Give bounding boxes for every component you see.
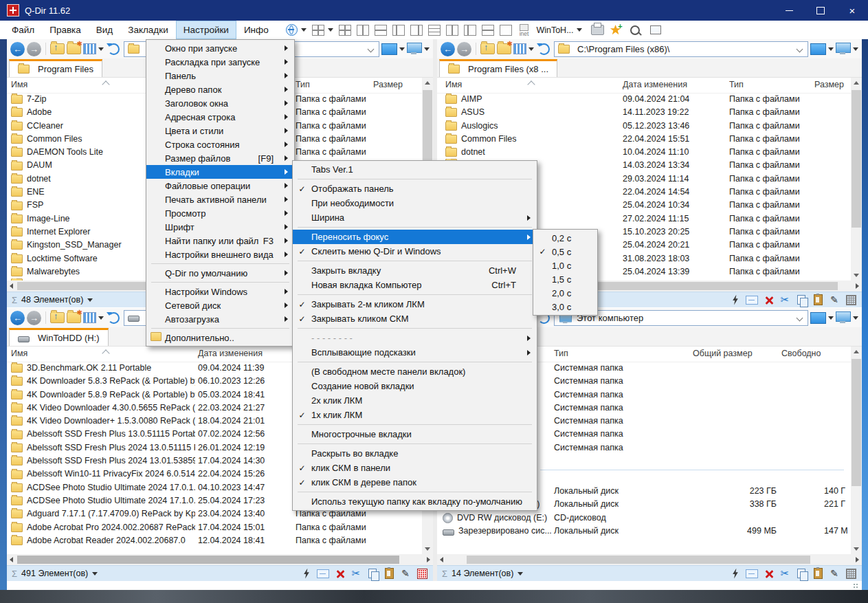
- menu-item[interactable]: - - - - - - - -: [293, 331, 537, 345]
- address-dropdown-icon[interactable]: [368, 45, 375, 52]
- scroll-thumb[interactable]: [423, 90, 432, 162]
- count-dropdown-icon[interactable]: [92, 572, 98, 575]
- menu-item[interactable]: Сетевой диск: [146, 298, 294, 312]
- scroll-thumb[interactable]: [17, 556, 399, 564]
- layout-icon[interactable]: [428, 25, 441, 36]
- tab-program-files-x86[interactable]: Program Files (x8 ...: [439, 59, 557, 77]
- view-mode-caret[interactable]: [98, 47, 104, 51]
- panel-layout-button[interactable]: [381, 43, 397, 55]
- file-row[interactable]: DVD RW дисковод (E:)CD-дисковод: [437, 512, 851, 525]
- select-grid-icon[interactable]: [416, 569, 428, 579]
- column-header-name[interactable]: Имя: [445, 80, 462, 89]
- flash-icon[interactable]: [300, 569, 313, 579]
- refresh-button[interactable]: [108, 43, 120, 55]
- new-folder-button[interactable]: [67, 312, 81, 323]
- window-icon[interactable]: [650, 25, 661, 34]
- address-bar[interactable]: C:\Program Files (x86)\: [554, 41, 808, 57]
- view-mode-button[interactable]: [513, 43, 526, 54]
- scroll-down-icon[interactable]: [425, 547, 430, 551]
- menu-item[interactable]: 3,0 с: [533, 300, 597, 314]
- forward-button[interactable]: →: [27, 311, 41, 325]
- resize-grip[interactable]: [853, 583, 859, 589]
- column-header-size[interactable]: Размер: [373, 80, 403, 89]
- rename-icon[interactable]: ✎: [828, 295, 841, 305]
- select-grid-icon[interactable]: [845, 295, 857, 305]
- close-button[interactable]: ×: [836, 0, 868, 21]
- file-row[interactable]: dotnet10.04.2024 11:10Папка с файлами: [437, 146, 851, 159]
- address-dropdown-icon[interactable]: [797, 314, 803, 321]
- file-row[interactable]: Adobe Acrobat Pro 2024.002.20687 RePack …: [7, 521, 422, 534]
- menu-item[interactable]: Вкладки: [146, 165, 294, 179]
- column-header-name[interactable]: Имя: [11, 80, 27, 89]
- copy-icon[interactable]: [795, 569, 808, 579]
- menu-item[interactable]: 0,2 с: [533, 231, 597, 245]
- menu-item[interactable]: Q-Dir по умолчанию: [146, 266, 294, 280]
- menubar-item-Вид[interactable]: Вид: [89, 21, 120, 39]
- rename-box-icon[interactable]: [317, 569, 329, 579]
- scroll-right-icon[interactable]: [427, 557, 430, 562]
- scroll-up-icon[interactable]: [425, 81, 430, 85]
- menubar-item-Файл[interactable]: Файл: [4, 21, 42, 39]
- rename-box-icon[interactable]: [746, 295, 758, 305]
- paste-icon[interactable]: [383, 569, 395, 579]
- menu-item[interactable]: Панель: [146, 69, 294, 83]
- scroll-thumb[interactable]: [467, 556, 810, 564]
- file-row[interactable]: ASUS14.11.2023 19:22Папка с файлами: [437, 106, 851, 119]
- layout-single-icon[interactable]: [500, 25, 512, 36]
- layout-icon[interactable]: [482, 25, 494, 36]
- menu-item[interactable]: Найти папку или файлF3: [146, 234, 294, 248]
- layout-icon[interactable]: [375, 25, 387, 36]
- scroll-left-icon[interactable]: [10, 283, 13, 289]
- file-row[interactable]: AIMP09.04.2024 21:04Папка с файлами: [437, 93, 851, 106]
- layout-caret[interactable]: [328, 28, 333, 32]
- monitor-button[interactable]: [407, 43, 422, 53]
- back-button[interactable]: ←: [10, 311, 25, 325]
- horizontal-scrollbar[interactable]: [7, 554, 433, 565]
- rename-box-icon[interactable]: [746, 569, 758, 579]
- monitor-button[interactable]: [836, 43, 851, 53]
- menu-item[interactable]: Настройки внешнего вида: [146, 248, 294, 261]
- menu-item[interactable]: ✓Закрывать кликом СКМ: [293, 311, 537, 326]
- file-row[interactable]: Common Files22.04.2024 15:51Папка с файл…: [437, 133, 851, 146]
- cut-icon[interactable]: ✂: [350, 569, 362, 579]
- menu-item[interactable]: Раскладка при запуске: [146, 55, 294, 69]
- menu-item[interactable]: Файловые операции: [146, 179, 294, 193]
- vertical-scrollbar[interactable]: [851, 347, 862, 554]
- layout-quad-icon[interactable]: [312, 25, 324, 36]
- folder-up-button[interactable]: [480, 43, 495, 54]
- refresh-button[interactable]: [108, 312, 120, 324]
- flash-icon[interactable]: [729, 295, 742, 305]
- scroll-right-icon[interactable]: [856, 283, 859, 289]
- vertical-scrollbar[interactable]: [851, 78, 862, 281]
- menu-item[interactable]: ✓0,5 с: [533, 245, 597, 259]
- new-folder-button[interactable]: [67, 43, 81, 54]
- menu-item[interactable]: 1,5 с: [533, 272, 597, 286]
- scroll-up-icon[interactable]: [854, 350, 859, 353]
- menu-item[interactable]: Цвета и стили: [146, 124, 294, 138]
- column-header-type[interactable]: Тип: [296, 80, 310, 89]
- refresh-button[interactable]: [538, 43, 550, 55]
- menubar-item-Правка[interactable]: Правка: [42, 21, 89, 39]
- minimize-button[interactable]: [773, 0, 805, 21]
- scroll-down-icon[interactable]: [854, 547, 859, 551]
- menu-item[interactable]: 1,0 с: [533, 259, 597, 272]
- monitor-button[interactable]: [836, 311, 851, 322]
- menu-item[interactable]: Новая вкладка КомпьютерCtrl+T: [293, 278, 537, 292]
- column-header-size[interactable]: Размер: [814, 80, 844, 89]
- scroll-thumb[interactable]: [852, 359, 861, 486]
- menu-item[interactable]: Создание новой вкладки: [293, 379, 537, 393]
- view-mode-button[interactable]: [83, 312, 96, 323]
- folder-up-button[interactable]: [50, 43, 65, 54]
- rename-icon[interactable]: ✎: [399, 569, 412, 579]
- panel-layout-caret[interactable]: [828, 47, 834, 51]
- menu-item[interactable]: ✓Отображать панель: [293, 182, 537, 196]
- horizontal-scrollbar[interactable]: [437, 554, 862, 565]
- menu-item[interactable]: Всплывающие подсказки: [293, 345, 537, 360]
- panel-layout-caret[interactable]: [399, 47, 405, 51]
- delete-icon[interactable]: [333, 569, 346, 579]
- cut-icon[interactable]: ✂: [779, 295, 791, 305]
- rename-icon[interactable]: ✎: [828, 569, 841, 579]
- delete-icon[interactable]: [762, 295, 775, 305]
- scroll-down-icon[interactable]: [854, 274, 859, 277]
- menubar-item-Закладки[interactable]: Закладки: [120, 21, 175, 39]
